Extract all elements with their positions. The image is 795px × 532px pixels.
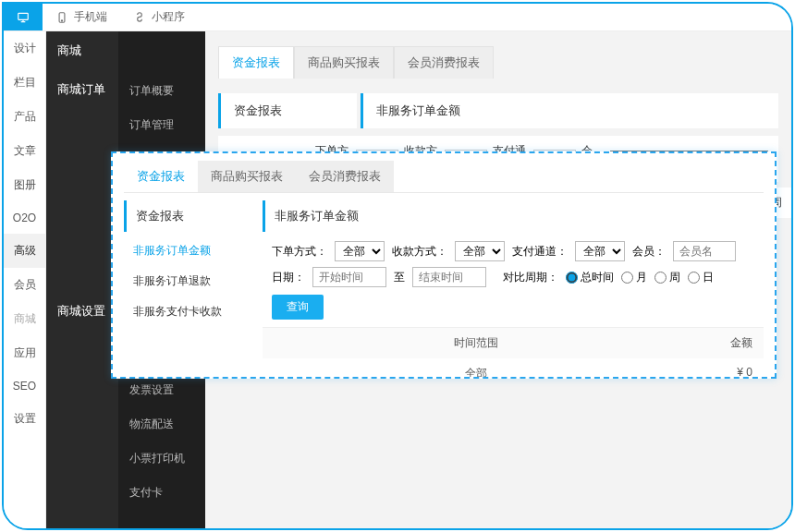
bg-tab-members[interactable]: 会员消费报表 [394, 46, 494, 79]
ov-to-label: 至 [394, 270, 405, 285]
ov-pay-mode-select[interactable]: 全部 [455, 241, 505, 261]
ov-side-opt[interactable]: 非服务订单金额 [124, 236, 253, 266]
ov-pay-mode-label: 收款方式： [392, 244, 447, 260]
overlay-side: 资金报表 非服务订单金额 非服务订单退款 非服务支付卡收款 [124, 200, 253, 377]
ov-main-head: 非服务订单金额 [263, 200, 764, 232]
device-bar: 手机端 小程序 [4, 4, 791, 31]
ov-period-day[interactable]: 日 [688, 270, 714, 285]
ov-query-button[interactable]: 查询 [272, 295, 324, 320]
rail-item[interactable]: 文章 [4, 134, 45, 168]
ov-channel-label: 支付通道： [512, 244, 568, 260]
device-mobile[interactable]: 手机端 [43, 4, 120, 30]
overlay-panel: 资金报表 商品购买报表 会员消费报表 资金报表 非服务订单金额 非服务订单退款 … [111, 151, 777, 379]
ov-start-date-input[interactable] [312, 267, 386, 287]
rail-item[interactable]: SEO [4, 370, 45, 402]
left-rail: 设计 栏目 产品 文章 图册 O2O 高级 会员 商城 应用 SEO 设置 [4, 31, 46, 528]
ov-table-header: 时间范围 金额 [263, 328, 764, 358]
rail-item[interactable]: 产品 [4, 100, 45, 134]
rail-item[interactable]: 商城 [4, 302, 45, 336]
ov-period-total[interactable]: 总时间 [566, 270, 614, 285]
rail-item[interactable]: 图册 [4, 168, 45, 202]
sidebar2-item[interactable]: 小票打印机 [118, 441, 205, 476]
ov-td-amount: ¥ 0 [679, 366, 752, 377]
ov-table: 时间范围 金额 全部 ¥ 0 [263, 327, 764, 377]
ov-member-input[interactable] [673, 241, 736, 261]
rail-item[interactable]: 会员 [4, 268, 45, 302]
sidebar-group3-title: 商城设置 [46, 294, 118, 329]
ov-filter-row-1: 下单方式： 全部 收款方式： 全部 支付通道： 全部 会员： [263, 232, 764, 267]
ov-table-row: 全部 ¥ 0 [263, 358, 764, 377]
ov-side-opt[interactable]: 非服务订单退款 [124, 266, 253, 296]
device-mobile-label: 手机端 [74, 9, 107, 25]
ov-period-week[interactable]: 周 [654, 270, 680, 285]
device-miniapp[interactable]: 小程序 [120, 4, 198, 30]
bg-tabs: 资金报表 商品购买报表 会员消费报表 [218, 46, 778, 79]
ov-td-time: 全部 [274, 366, 679, 377]
ov-end-date-input[interactable] [412, 267, 486, 287]
rail-item-active[interactable]: 高级 [4, 234, 45, 268]
ov-tab-products[interactable]: 商品购买报表 [198, 161, 296, 192]
bg-section-right: 非服务订单金额 [361, 93, 778, 128]
mobile-icon [55, 11, 68, 24]
ov-channel-select[interactable]: 全部 [575, 241, 625, 261]
sidebar2-item[interactable]: 订单概要 [118, 74, 205, 108]
bg-section-left: 资金报表 [218, 93, 357, 128]
ov-tab-members[interactable]: 会员消费报表 [296, 161, 394, 192]
ov-period-month[interactable]: 月 [621, 270, 647, 285]
ov-th-time: 时间范围 [274, 335, 679, 351]
ov-filter-row-2: 日期： 至 对比周期： 总时间 月 周 日 查询 [263, 267, 764, 325]
ov-date-label: 日期： [272, 270, 305, 285]
ov-th-amount: 金额 [679, 335, 752, 351]
rail-item[interactable]: 设置 [4, 402, 45, 436]
app-frame: 手机端 小程序 设计 栏目 产品 文章 图册 O2O 高级 会员 商城 应用 S… [2, 2, 793, 530]
rail-item[interactable]: 栏目 [4, 66, 45, 100]
ov-member-label: 会员： [632, 244, 666, 260]
ov-order-mode-select[interactable]: 全部 [335, 241, 385, 261]
device-miniapp-label: 小程序 [152, 9, 185, 25]
sidebar-primary-extra: 商城设置 [46, 31, 118, 528]
rail-item[interactable]: O2O [4, 202, 45, 234]
rail-item[interactable]: 应用 [4, 336, 45, 370]
bg-tab-products[interactable]: 商品购买报表 [294, 46, 394, 79]
sidebar2-item[interactable]: 支付卡 [118, 476, 205, 510]
ov-compare-label: 对比周期： [503, 270, 558, 285]
sidebar2-item[interactable]: 物流配送 [118, 407, 205, 441]
sidebar2-item[interactable]: 订单管理 [118, 108, 205, 142]
miniapp-icon [133, 11, 146, 24]
ov-side-head: 资金报表 [124, 200, 253, 232]
bg-section-headers: 资金报表 非服务订单金额 [218, 93, 778, 128]
svg-point-2 [61, 19, 62, 20]
device-desktop[interactable] [4, 4, 43, 30]
svg-rect-0 [18, 13, 29, 19]
ov-side-opt[interactable]: 非服务支付卡收款 [124, 296, 253, 327]
overlay-tabs: 资金报表 商品购买报表 会员消费报表 [124, 161, 764, 193]
rail-item[interactable]: 设计 [4, 31, 45, 66]
desktop-icon [17, 11, 30, 24]
overlay-main: 非服务订单金额 下单方式： 全部 收款方式： 全部 支付通道： 全部 会员： 日… [253, 200, 764, 377]
bg-tab-funds[interactable]: 资金报表 [218, 46, 294, 79]
ov-order-mode-label: 下单方式： [272, 244, 327, 260]
ov-tab-funds[interactable]: 资金报表 [124, 161, 198, 192]
